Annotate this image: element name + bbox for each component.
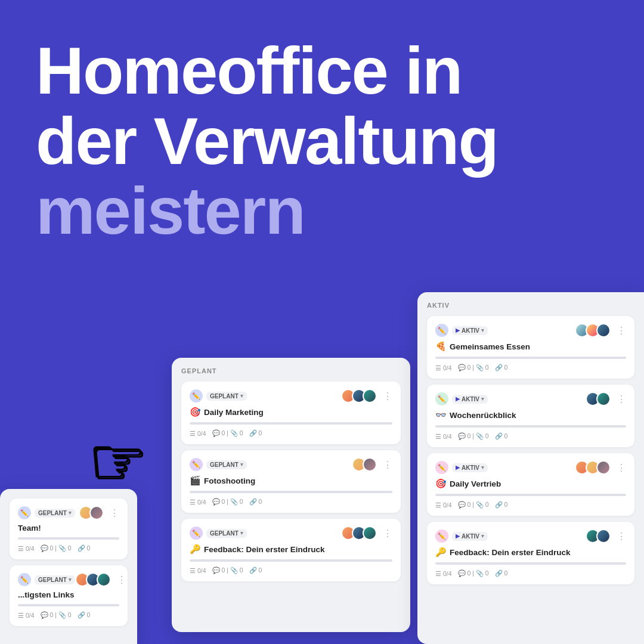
status-badge[interactable]: GEPLANT ▾ — [35, 575, 75, 584]
edit-icon[interactable]: ✏️ — [18, 506, 31, 519]
more-options-icon[interactable]: ⋮ — [117, 574, 126, 586]
links-count: 🔗 0 — [78, 611, 91, 619]
edit-icon[interactable]: ✏️ — [435, 324, 448, 337]
comments-count: 💬 0 | 📎 0 — [458, 364, 489, 371]
task-title: 👓 Wochenrückblick — [435, 410, 626, 420]
cursor-hand-icon: ☞ — [88, 423, 147, 500]
chevron-down-icon: ▾ — [240, 462, 243, 467]
status-badge[interactable]: GEPLANT ▾ — [206, 460, 247, 469]
status-label: GEPLANT — [210, 462, 239, 468]
avatar-group — [352, 457, 377, 472]
task-title: 🍕 Gemeinsames Essen — [435, 341, 626, 352]
task-title: 🎯 Daily Vertrieb — [435, 478, 626, 489]
hero-line1: Homeoffice in — [36, 36, 608, 106]
chevron-down-icon: ▾ — [240, 530, 243, 536]
comments-count: 💬 0 | 📎 0 — [212, 498, 243, 506]
status-label: AKTIV — [462, 396, 479, 402]
progress-bar — [435, 357, 626, 359]
links-count: 🔗 0 — [249, 429, 262, 437]
progress-bar — [18, 604, 119, 606]
task-emoji: 🎬 — [190, 475, 201, 486]
links-count: 🔗 0 — [249, 498, 262, 506]
hero-line2: der Verwaltung — [36, 106, 608, 177]
progress-bar — [190, 422, 392, 425]
more-options-icon[interactable]: ⋮ — [617, 462, 626, 473]
task-meta: ☰ 0/4 💬 0 | 📎 0 🔗 0 — [18, 544, 119, 552]
edit-icon[interactable]: ✏️ — [18, 573, 31, 586]
table-row: ✏️ ▶ AKTIV ▾ ⋮ 🍕 Gemeinsames Essen — [427, 316, 634, 379]
edit-icon[interactable]: ✏️ — [435, 392, 448, 405]
tasks-count: ☰ 0/4 — [18, 612, 35, 619]
avatar — [596, 392, 611, 406]
middle-panel: GEPLANT ✏️ GEPLANT ▾ ⋮ 🎯 Daily M — [172, 358, 410, 632]
table-row: ✏️ ▶ AKTIV ▾ ⋮ 🎯 Daily Vertrieb — [427, 453, 634, 516]
avatar-group — [586, 529, 611, 543]
play-icon: ▶ — [456, 396, 460, 402]
more-options-icon[interactable]: ⋮ — [617, 394, 626, 405]
chevron-down-icon: ▾ — [481, 465, 484, 470]
card-header: ✏️ GEPLANT ▾ ⋮ — [190, 457, 392, 472]
status-badge[interactable]: ▶ AKTIV ▾ — [452, 326, 488, 335]
avatar — [596, 460, 611, 475]
edit-icon[interactable]: ✏️ — [190, 527, 203, 540]
progress-bar — [190, 559, 392, 562]
tasks-count: ☰ 0/4 — [435, 570, 452, 577]
right-panel: AKTIV ✏️ ▶ AKTIV ▾ ⋮ 🍕 — [417, 292, 644, 644]
status-label: GEPLANT — [38, 510, 67, 516]
panel-header: GEPLANT — [181, 367, 401, 374]
more-options-icon[interactable]: ⋮ — [383, 391, 392, 402]
tasks-count: ☰ 0/4 — [435, 501, 452, 509]
comments-count: 💬 0 | 📎 0 — [458, 432, 489, 440]
avatar-group — [75, 572, 111, 587]
table-row: ✏️ GEPLANT ▾ ⋮ 🎬 Fotoshooting ☰ 0/4 — [181, 450, 401, 513]
task-title: 🔑 Feedback: Dein erster Eindruck — [435, 547, 626, 558]
status-badge[interactable]: GEPLANT ▾ — [35, 509, 75, 518]
status-label: AKTIV — [462, 533, 479, 540]
panel-header: AKTIV — [427, 302, 634, 309]
status-badge[interactable]: ▶ AKTIV ▾ — [452, 395, 488, 404]
hero-line3: meistern — [36, 176, 608, 246]
more-options-icon[interactable]: ⋮ — [383, 459, 392, 470]
edit-icon[interactable]: ✏️ — [190, 458, 203, 471]
edit-icon[interactable]: ✏️ — [190, 389, 203, 402]
status-badge[interactable]: ▶ AKTIV ▾ — [452, 463, 488, 472]
links-count: 🔗 0 — [78, 544, 91, 552]
status-badge[interactable]: ▶ AKTIV ▾ — [452, 532, 488, 541]
chevron-down-icon: ▾ — [69, 577, 72, 583]
edit-icon[interactable]: ✏️ — [435, 530, 448, 543]
status-badge[interactable]: GEPLANT ▾ — [206, 392, 247, 401]
edit-icon[interactable]: ✏️ — [435, 461, 448, 474]
status-badge[interactable]: GEPLANT ▾ — [206, 529, 247, 538]
comments-count: 💬 0 | 📎 0 — [41, 544, 72, 552]
more-options-icon[interactable]: ⋮ — [383, 528, 392, 539]
links-count: 🔗 0 — [495, 569, 508, 577]
avatar-group — [79, 506, 104, 520]
card-header: ✏️ GEPLANT ▾ ⋮ — [18, 506, 119, 520]
more-options-icon[interactable]: ⋮ — [617, 531, 626, 542]
comments-count: 💬 0 | 📎 0 — [458, 501, 489, 509]
more-options-icon[interactable]: ⋮ — [110, 507, 119, 519]
tasks-count: ☰ 0/4 — [435, 433, 452, 440]
tasks-count: ☰ 0/4 — [190, 567, 206, 574]
table-row: ✏️ ▶ AKTIV ▾ ⋮ 👓 Wochenrückblick — [427, 385, 634, 447]
play-icon: ▶ — [456, 533, 460, 539]
chevron-down-icon: ▾ — [481, 533, 484, 539]
comments-count: 💬 0 | 📎 0 — [41, 611, 72, 619]
more-options-icon[interactable]: ⋮ — [617, 325, 626, 336]
tasks-count: ☰ 0/4 — [190, 430, 206, 437]
task-emoji: 🔑 — [190, 544, 201, 555]
avatar — [89, 506, 104, 520]
avatar — [363, 389, 377, 403]
card-header: ✏️ GEPLANT ▾ ⋮ — [18, 572, 119, 587]
tasks-count: ☰ 0/4 — [435, 364, 452, 371]
links-count: 🔗 0 — [249, 566, 262, 574]
chevron-down-icon: ▾ — [481, 327, 484, 333]
card-header: ✏️ ▶ AKTIV ▾ ⋮ — [435, 460, 626, 475]
comments-count: 💬 0 | 📎 0 — [212, 429, 243, 437]
task-meta: ☰ 0/4 💬 0 | 📎 0 🔗 0 — [18, 611, 119, 619]
chevron-down-icon: ▾ — [240, 393, 243, 399]
progress-bar — [18, 537, 119, 540]
task-emoji: 🍕 — [435, 341, 447, 352]
task-title: Team! — [18, 524, 119, 532]
links-count: 🔗 0 — [495, 364, 508, 371]
